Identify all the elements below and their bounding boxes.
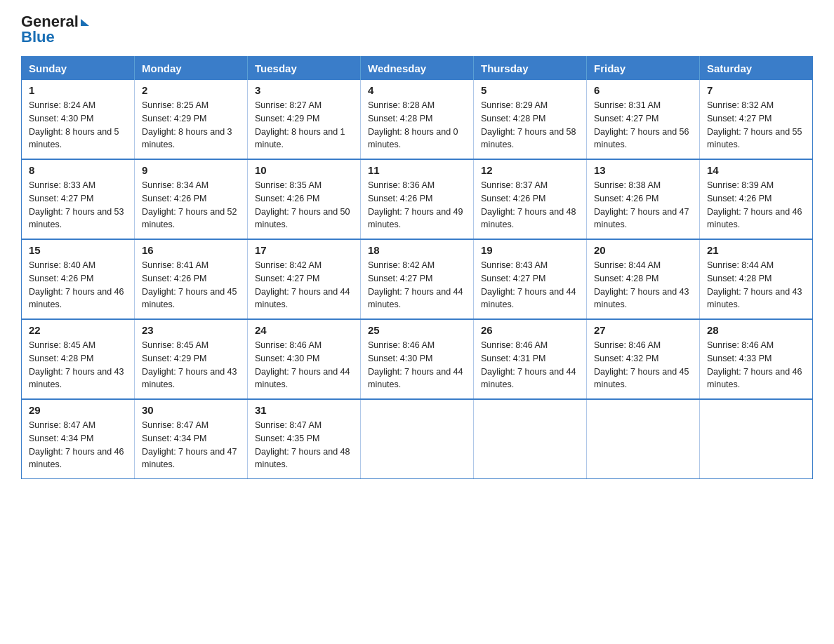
calendar-cell: 6Sunrise: 8:31 AMSunset: 4:27 PMDaylight… bbox=[587, 80, 700, 159]
day-number: 20 bbox=[594, 244, 692, 256]
day-number: 16 bbox=[142, 244, 240, 256]
day-number: 28 bbox=[707, 324, 805, 336]
day-info: Sunrise: 8:41 AMSunset: 4:26 PMDaylight:… bbox=[142, 259, 240, 311]
header-sunday: Sunday bbox=[22, 57, 135, 81]
day-number: 8 bbox=[29, 164, 127, 176]
calendar-cell: 20Sunrise: 8:44 AMSunset: 4:28 PMDayligh… bbox=[587, 239, 700, 319]
day-number: 29 bbox=[29, 404, 127, 416]
day-info: Sunrise: 8:29 AMSunset: 4:28 PMDaylight:… bbox=[481, 99, 579, 152]
day-info: Sunrise: 8:42 AMSunset: 4:27 PMDaylight:… bbox=[255, 259, 353, 311]
day-number: 13 bbox=[594, 164, 692, 176]
day-info: Sunrise: 8:27 AMSunset: 4:29 PMDaylight:… bbox=[255, 99, 353, 152]
calendar-cell: 31Sunrise: 8:47 AMSunset: 4:35 PMDayligh… bbox=[248, 399, 361, 479]
calendar-cell: 29Sunrise: 8:47 AMSunset: 4:34 PMDayligh… bbox=[22, 399, 135, 479]
day-number: 14 bbox=[707, 164, 805, 176]
day-number: 19 bbox=[481, 244, 579, 256]
calendar-week-row: 8Sunrise: 8:33 AMSunset: 4:27 PMDaylight… bbox=[22, 159, 813, 239]
day-number: 9 bbox=[142, 164, 240, 176]
day-number: 18 bbox=[368, 244, 466, 256]
calendar-cell: 11Sunrise: 8:36 AMSunset: 4:26 PMDayligh… bbox=[361, 159, 474, 239]
page-header: General Blue bbox=[21, 14, 813, 45]
day-info: Sunrise: 8:25 AMSunset: 4:29 PMDaylight:… bbox=[142, 99, 240, 152]
calendar-cell bbox=[700, 399, 813, 479]
header-saturday: Saturday bbox=[700, 57, 813, 81]
calendar-cell: 26Sunrise: 8:46 AMSunset: 4:31 PMDayligh… bbox=[474, 319, 587, 399]
day-info: Sunrise: 8:24 AMSunset: 4:30 PMDaylight:… bbox=[29, 99, 127, 152]
calendar-week-row: 22Sunrise: 8:45 AMSunset: 4:28 PMDayligh… bbox=[22, 319, 813, 399]
calendar-cell: 25Sunrise: 8:46 AMSunset: 4:30 PMDayligh… bbox=[361, 319, 474, 399]
calendar-cell: 9Sunrise: 8:34 AMSunset: 4:26 PMDaylight… bbox=[135, 159, 248, 239]
calendar-table: SundayMondayTuesdayWednesdayThursdayFrid… bbox=[21, 56, 813, 479]
day-info: Sunrise: 8:47 AMSunset: 4:35 PMDaylight:… bbox=[255, 419, 353, 471]
day-number: 23 bbox=[142, 324, 240, 336]
calendar-cell: 8Sunrise: 8:33 AMSunset: 4:27 PMDaylight… bbox=[22, 159, 135, 239]
calendar-week-row: 29Sunrise: 8:47 AMSunset: 4:34 PMDayligh… bbox=[22, 399, 813, 479]
day-info: Sunrise: 8:33 AMSunset: 4:27 PMDaylight:… bbox=[29, 179, 127, 232]
day-info: Sunrise: 8:28 AMSunset: 4:28 PMDaylight:… bbox=[368, 99, 466, 152]
calendar-cell: 12Sunrise: 8:37 AMSunset: 4:26 PMDayligh… bbox=[474, 159, 587, 239]
calendar-cell: 24Sunrise: 8:46 AMSunset: 4:30 PMDayligh… bbox=[248, 319, 361, 399]
logo-general: General bbox=[21, 14, 79, 29]
calendar-cell: 15Sunrise: 8:40 AMSunset: 4:26 PMDayligh… bbox=[22, 239, 135, 319]
day-number: 24 bbox=[255, 324, 353, 336]
logo: General Blue bbox=[21, 14, 89, 45]
calendar-cell: 7Sunrise: 8:32 AMSunset: 4:27 PMDaylight… bbox=[700, 80, 813, 159]
calendar-cell: 23Sunrise: 8:45 AMSunset: 4:29 PMDayligh… bbox=[135, 319, 248, 399]
day-info: Sunrise: 8:47 AMSunset: 4:34 PMDaylight:… bbox=[29, 419, 127, 471]
day-info: Sunrise: 8:34 AMSunset: 4:26 PMDaylight:… bbox=[142, 179, 240, 232]
logo-blue: Blue bbox=[21, 29, 55, 45]
calendar-cell: 4Sunrise: 8:28 AMSunset: 4:28 PMDaylight… bbox=[361, 80, 474, 159]
day-info: Sunrise: 8:44 AMSunset: 4:28 PMDaylight:… bbox=[707, 259, 805, 311]
calendar-cell: 21Sunrise: 8:44 AMSunset: 4:28 PMDayligh… bbox=[700, 239, 813, 319]
calendar-cell: 14Sunrise: 8:39 AMSunset: 4:26 PMDayligh… bbox=[700, 159, 813, 239]
calendar-cell: 1Sunrise: 8:24 AMSunset: 4:30 PMDaylight… bbox=[22, 80, 135, 159]
day-number: 7 bbox=[707, 84, 805, 96]
day-number: 3 bbox=[255, 84, 353, 96]
day-number: 15 bbox=[29, 244, 127, 256]
day-number: 10 bbox=[255, 164, 353, 176]
header-tuesday: Tuesday bbox=[248, 57, 361, 81]
calendar-cell: 5Sunrise: 8:29 AMSunset: 4:28 PMDaylight… bbox=[474, 80, 587, 159]
day-info: Sunrise: 8:43 AMSunset: 4:27 PMDaylight:… bbox=[481, 259, 579, 311]
day-number: 22 bbox=[29, 324, 127, 336]
calendar-cell: 18Sunrise: 8:42 AMSunset: 4:27 PMDayligh… bbox=[361, 239, 474, 319]
calendar-cell: 22Sunrise: 8:45 AMSunset: 4:28 PMDayligh… bbox=[22, 319, 135, 399]
day-info: Sunrise: 8:46 AMSunset: 4:30 PMDaylight:… bbox=[255, 339, 353, 391]
day-info: Sunrise: 8:38 AMSunset: 4:26 PMDaylight:… bbox=[594, 179, 692, 232]
calendar-cell bbox=[361, 399, 474, 479]
day-info: Sunrise: 8:44 AMSunset: 4:28 PMDaylight:… bbox=[594, 259, 692, 311]
day-number: 17 bbox=[255, 244, 353, 256]
calendar-cell: 10Sunrise: 8:35 AMSunset: 4:26 PMDayligh… bbox=[248, 159, 361, 239]
day-info: Sunrise: 8:46 AMSunset: 4:33 PMDaylight:… bbox=[707, 339, 805, 391]
day-number: 27 bbox=[594, 324, 692, 336]
calendar-cell bbox=[587, 399, 700, 479]
day-number: 6 bbox=[594, 84, 692, 96]
day-number: 25 bbox=[368, 324, 466, 336]
calendar-cell: 30Sunrise: 8:47 AMSunset: 4:34 PMDayligh… bbox=[135, 399, 248, 479]
day-number: 21 bbox=[707, 244, 805, 256]
header-wednesday: Wednesday bbox=[361, 57, 474, 81]
day-info: Sunrise: 8:45 AMSunset: 4:28 PMDaylight:… bbox=[29, 339, 127, 391]
day-number: 5 bbox=[481, 84, 579, 96]
calendar-cell: 16Sunrise: 8:41 AMSunset: 4:26 PMDayligh… bbox=[135, 239, 248, 319]
day-info: Sunrise: 8:45 AMSunset: 4:29 PMDaylight:… bbox=[142, 339, 240, 391]
calendar-cell: 3Sunrise: 8:27 AMSunset: 4:29 PMDaylight… bbox=[248, 80, 361, 159]
calendar-cell: 13Sunrise: 8:38 AMSunset: 4:26 PMDayligh… bbox=[587, 159, 700, 239]
calendar-week-row: 15Sunrise: 8:40 AMSunset: 4:26 PMDayligh… bbox=[22, 239, 813, 319]
day-info: Sunrise: 8:31 AMSunset: 4:27 PMDaylight:… bbox=[594, 99, 692, 152]
day-info: Sunrise: 8:46 AMSunset: 4:32 PMDaylight:… bbox=[594, 339, 692, 391]
day-number: 1 bbox=[29, 84, 127, 96]
day-info: Sunrise: 8:32 AMSunset: 4:27 PMDaylight:… bbox=[707, 99, 805, 152]
day-number: 2 bbox=[142, 84, 240, 96]
calendar-cell: 27Sunrise: 8:46 AMSunset: 4:32 PMDayligh… bbox=[587, 319, 700, 399]
day-number: 4 bbox=[368, 84, 466, 96]
day-info: Sunrise: 8:47 AMSunset: 4:34 PMDaylight:… bbox=[142, 419, 240, 471]
day-info: Sunrise: 8:42 AMSunset: 4:27 PMDaylight:… bbox=[368, 259, 466, 311]
day-info: Sunrise: 8:36 AMSunset: 4:26 PMDaylight:… bbox=[368, 179, 466, 232]
day-info: Sunrise: 8:46 AMSunset: 4:30 PMDaylight:… bbox=[368, 339, 466, 391]
header-friday: Friday bbox=[587, 57, 700, 81]
calendar-week-row: 1Sunrise: 8:24 AMSunset: 4:30 PMDaylight… bbox=[22, 80, 813, 159]
day-info: Sunrise: 8:37 AMSunset: 4:26 PMDaylight:… bbox=[481, 179, 579, 232]
calendar-cell: 28Sunrise: 8:46 AMSunset: 4:33 PMDayligh… bbox=[700, 319, 813, 399]
day-number: 11 bbox=[368, 164, 466, 176]
